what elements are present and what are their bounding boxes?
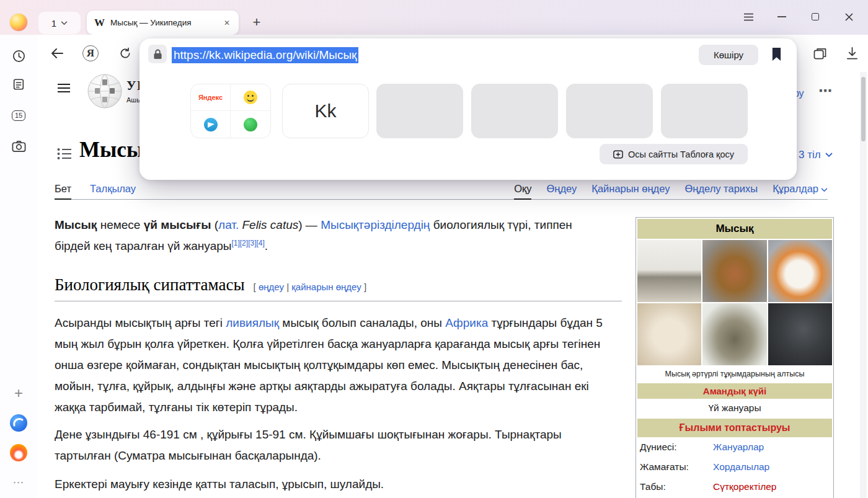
ref-3[interactable]: [3] xyxy=(248,239,256,247)
kk-tile-label: Kk xyxy=(314,100,336,122)
tableau-empty-tile xyxy=(471,84,558,138)
tableau-empty-tile xyxy=(376,84,463,138)
bookmark-button[interactable] xyxy=(769,45,783,63)
language-count-label: 3 тіл xyxy=(799,149,821,161)
wikipedia-globe-icon xyxy=(87,73,123,109)
green-app-icon xyxy=(244,118,257,131)
ref-1[interactable]: [1] xyxy=(231,239,239,247)
language-selector[interactable]: 3 тіл xyxy=(799,149,833,161)
maximize-button[interactable] xyxy=(801,6,830,27)
browser-window: 1 W Мысық — Уикипедия ✕ + xyxy=(0,0,868,498)
screenshot-button[interactable] xyxy=(0,135,37,158)
wiki-menu-button[interactable] xyxy=(57,83,71,96)
section-title: Биологиялық сипаттамасы xyxy=(55,275,245,294)
reload-icon xyxy=(119,47,131,60)
tab-edit[interactable]: Өңдеу xyxy=(546,183,577,199)
africa-link[interactable]: Африка xyxy=(445,316,488,329)
cat-photo[interactable] xyxy=(702,303,766,365)
wiki-tab-bar: Бет Талқылау Оқу Өңдеу Қайнарын өңдеу Өң… xyxy=(55,179,828,200)
latin-link[interactable]: лат. xyxy=(218,218,239,231)
wiki-header-more-icon[interactable]: ⋯ xyxy=(818,83,833,99)
tableau-tile-wikipedia[interactable]: Kk xyxy=(282,84,369,138)
yandex-start-icon xyxy=(10,444,27,461)
class-link[interactable]: Сүтқоректілер xyxy=(713,481,776,492)
infobox-title: Мысық xyxy=(637,219,832,239)
scrollbar-thumb[interactable] xyxy=(861,77,866,141)
tab-read[interactable]: Оқу xyxy=(514,183,531,200)
profile-avatar-icon[interactable] xyxy=(10,14,27,31)
ellipsis-icon: ⋯ xyxy=(13,476,25,489)
downloads-button[interactable] xyxy=(842,43,862,63)
yandex-logo: Яндекс xyxy=(198,94,223,101)
cat-photo[interactable] xyxy=(768,303,832,365)
felidae-link[interactable]: Мысықтәрізділердің xyxy=(321,218,430,231)
paragraph: Асыранды мысықтың арғы тегі ливиялық мыс… xyxy=(55,313,620,418)
feed-button[interactable] xyxy=(0,73,37,96)
back-button[interactable] xyxy=(47,43,67,63)
cat-photo[interactable] xyxy=(637,303,701,365)
ref-4[interactable]: [4] xyxy=(256,239,264,247)
site-security-button[interactable] xyxy=(148,45,167,63)
cat-photo[interactable] xyxy=(768,240,832,302)
add-square-icon xyxy=(613,150,623,159)
yandex-browser-button[interactable] xyxy=(0,412,37,434)
minimize-button[interactable] xyxy=(768,6,796,27)
intro-bold-term: Мысық xyxy=(55,218,97,231)
edit-link[interactable]: өңдеу xyxy=(259,282,284,292)
libyan-cat-link[interactable]: ливиялық xyxy=(226,316,279,329)
history-button[interactable] xyxy=(0,45,37,67)
bookmark-flag-icon xyxy=(771,47,782,61)
browser-menu-icon[interactable] xyxy=(734,6,763,27)
kingdom-link[interactable]: Жануарлар xyxy=(713,442,764,453)
new-tab-button[interactable]: + xyxy=(247,12,267,32)
contents-button[interactable] xyxy=(57,148,72,162)
cat-photo[interactable] xyxy=(702,240,766,302)
yandex-browser-icon xyxy=(9,414,28,432)
url-input[interactable]: https://kk.wikipedia.org/wiki/Мысық xyxy=(172,47,358,64)
tab-group-pill[interactable]: 1 xyxy=(38,12,81,34)
tabs-counter-button[interactable]: 15 xyxy=(0,104,37,127)
add-to-tableau-label: Осы сайтты Таблоға қосу xyxy=(628,149,734,159)
yandex-start-button[interactable] xyxy=(0,442,37,464)
add-to-tableau-button[interactable]: Осы сайтты Таблоға қосу xyxy=(600,144,748,164)
reload-button[interactable] xyxy=(115,43,135,63)
tab-talk[interactable]: Талқылау xyxy=(90,183,136,199)
infobox-row-label: Дүниесі: xyxy=(640,442,713,453)
back-arrow-icon xyxy=(51,48,63,58)
phylum-link[interactable]: Хордалылар xyxy=(713,461,769,473)
smiley-app-icon xyxy=(244,91,257,104)
tab-edit-source[interactable]: Қайнарын өңдеу xyxy=(591,183,670,199)
ref-2[interactable]: [2] xyxy=(240,239,248,247)
infobox-status-value: Үй жануары xyxy=(637,399,832,417)
intro-bold-term2: үй мысығы xyxy=(144,218,211,231)
extensions-icon xyxy=(813,48,826,60)
close-button[interactable] xyxy=(835,6,863,27)
infobox-status-header: Амандық күйі xyxy=(637,383,832,399)
infobox-caption: Мысық әртүрлі тұқымдарының алтысы xyxy=(637,365,832,383)
sidebar: 15 + ⋯ xyxy=(0,35,37,498)
titlebar: 1 W Мысық — Уикипедия ✕ + xyxy=(0,0,868,35)
tab-history[interactable]: Өңделу тарихы xyxy=(684,183,758,199)
yandex-ya-icon: Я xyxy=(82,45,99,61)
tab-tools[interactable]: Құралдар xyxy=(773,183,828,199)
infobox-row: Дүниесі: Жануарлар xyxy=(637,437,832,457)
yandex-apps-tile[interactable]: Яндекс xyxy=(190,84,271,138)
tab-close-icon[interactable]: ✕ xyxy=(223,17,231,29)
extensions-button[interactable] xyxy=(810,43,830,63)
wikipedia-logo[interactable] xyxy=(87,73,123,112)
tab-page[interactable]: Бет xyxy=(55,183,71,200)
latin-name: Felis catus xyxy=(242,218,298,231)
infobox-classification-header: Ғылыми топтастыруы xyxy=(637,419,832,437)
cat-photo[interactable] xyxy=(637,240,701,302)
yandex-search-button[interactable]: Я xyxy=(81,43,100,63)
tab-group-count: 1 xyxy=(51,18,56,29)
minimize-icon xyxy=(777,16,786,18)
sidebar-more-button[interactable]: ⋯ xyxy=(0,471,37,494)
copy-url-button[interactable]: Көшіру xyxy=(699,45,758,65)
tableau-empty-tile xyxy=(566,84,653,138)
edit-source-link[interactable]: қайнарын өңдеу xyxy=(291,282,361,292)
sidebar-add-button[interactable]: + xyxy=(0,382,37,404)
infobox-row-label: Жамағаты: xyxy=(640,461,713,473)
clock-icon xyxy=(12,49,26,63)
browser-tab[interactable]: W Мысық — Уикипедия ✕ xyxy=(87,11,239,35)
